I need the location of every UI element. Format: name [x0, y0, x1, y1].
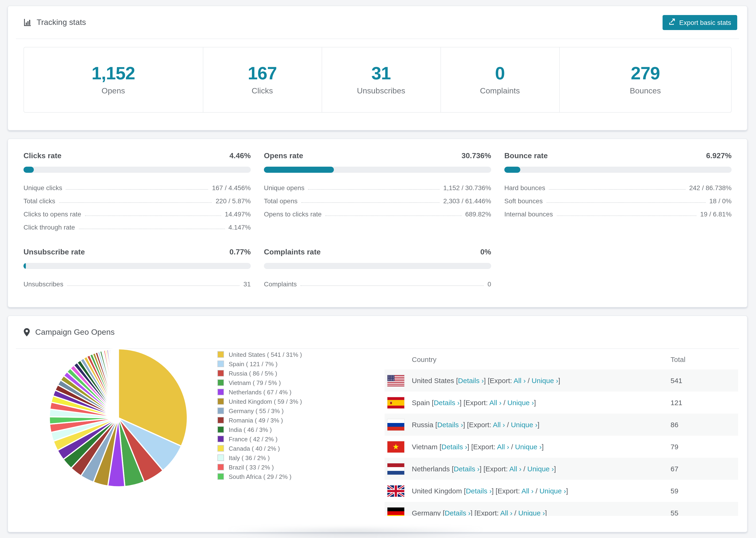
rate-rows: Hard bounces242 / 86.738%Soft bounces18 …	[504, 180, 731, 219]
rate-row-value: 689.82%	[465, 210, 491, 219]
stat-cell-complaints: 0Complaints	[440, 47, 559, 112]
tracking-stats-page: Tracking stats Export basic stats 1,152O…	[0, 0, 756, 538]
legend-item: Brazil ( 33 / 2% )	[217, 462, 302, 472]
total-cell: 86	[671, 421, 738, 429]
dotted-leader	[66, 189, 208, 190]
legend-color-swatch	[217, 473, 224, 480]
pie-slice-other-40[interactable]	[118, 349, 118, 418]
export-unique-link[interactable]: Unique ›	[527, 465, 554, 473]
country-links-text: Spain [Details ›] [Export: All › / Uniqu…	[412, 399, 536, 406]
flag-icon-de	[387, 507, 404, 516]
country-cell: Netherlands [Details ›] [Export: All › /…	[385, 463, 671, 474]
dotted-leader	[79, 229, 225, 229]
details-link[interactable]: Details ›	[441, 443, 467, 451]
legend-item: Romania ( 49 / 3% )	[217, 415, 302, 425]
legend-color-swatch	[217, 360, 224, 367]
legend-label: United Kingdom ( 59 / 3% )	[229, 398, 302, 405]
legend-label: Italy ( 36 / 2% )	[229, 454, 270, 461]
country-cell: Vietnam [Details ›] [Export: All › / Uni…	[385, 441, 671, 452]
stat-label: Unsubscribes	[357, 86, 405, 95]
country-name: Netherlands	[412, 465, 452, 473]
details-link[interactable]: Details ›	[458, 377, 484, 385]
rate-row: Total clicks220 / 5.87%	[24, 193, 251, 206]
export-all-link[interactable]: All ›	[514, 377, 526, 385]
tracking-stats-title-group: Tracking stats	[24, 18, 86, 27]
geo-table-row: Spain [Details ›] [Export: All › / Uniqu…	[385, 392, 738, 413]
rate-block-header: Opens rate30.736%	[264, 152, 491, 160]
details-link[interactable]: Details ›	[434, 399, 459, 406]
export-basic-stats-button[interactable]: Export basic stats	[662, 15, 737, 30]
rate-row: Hard bounces242 / 86.738%	[504, 180, 731, 193]
stat-value: 0	[495, 64, 505, 82]
rate-block-complaints-rate: Complaints rate0%Complaints0	[264, 248, 491, 289]
stats-box: 1,152Opens167Clicks31Unsubscribes0Compla…	[24, 47, 731, 113]
rate-value: 0%	[480, 248, 491, 256]
country-name: United States	[412, 377, 456, 385]
export-unique-link[interactable]: Unique ›	[531, 377, 558, 385]
dotted-leader	[301, 202, 440, 203]
rate-block-header: Clicks rate4.46%	[24, 152, 251, 160]
rate-row-value: 1,152 / 30.736%	[443, 184, 491, 193]
legend-label: United States ( 541 / 31% )	[229, 351, 302, 358]
export-unique-link[interactable]: Unique ›	[511, 421, 537, 429]
rate-row-label: Click through rate	[24, 224, 75, 232]
rate-row-label: Unsubscribes	[24, 280, 63, 289]
flag-icon-ru	[387, 419, 404, 430]
rate-title: Complaints rate	[264, 248, 321, 256]
details-link[interactable]: Details ›	[437, 421, 463, 429]
dotted-leader	[325, 215, 461, 216]
legend-label: Russia ( 86 / 5% )	[229, 370, 277, 377]
rate-row-value: 19 / 6.81%	[700, 210, 731, 219]
country-name: Vietnam	[412, 443, 440, 451]
rate-rows: Unsubscribes31	[24, 276, 251, 289]
legend-color-swatch	[217, 389, 224, 395]
legend-label: India ( 46 / 3% )	[229, 426, 272, 433]
export-all-link[interactable]: All ›	[521, 487, 534, 495]
export-all-link[interactable]: All ›	[509, 465, 521, 473]
rate-progress-track	[264, 263, 491, 269]
legend-item: Russia ( 86 / 5% )	[217, 368, 302, 378]
rate-row-label: Complaints	[264, 280, 297, 289]
legend-color-swatch	[217, 464, 224, 470]
legend-label: Brazil ( 33 / 2% )	[229, 463, 274, 471]
legend-color-swatch	[217, 370, 224, 377]
export-unique-link[interactable]: Unique ›	[507, 399, 534, 406]
export-all-link[interactable]: All ›	[497, 443, 509, 451]
details-link[interactable]: Details ›	[445, 509, 470, 516]
flag-icon-es	[387, 397, 404, 408]
legend-item: Germany ( 55 / 3% )	[217, 406, 302, 415]
legend-item: United States ( 541 / 31% )	[217, 350, 302, 359]
rate-row: Opens to clicks rate689.82%	[264, 206, 491, 219]
country-cell: United States [Details ›] [Export: All ›…	[385, 375, 671, 386]
export-unique-link[interactable]: Unique ›	[540, 487, 566, 495]
rate-progress-fill	[24, 263, 26, 269]
page-title: Tracking stats	[37, 18, 86, 27]
legend-item: Canada ( 40 / 2% )	[217, 444, 302, 453]
export-all-link[interactable]: All ›	[500, 509, 513, 516]
export-all-link[interactable]: All ›	[489, 399, 502, 406]
export-all-link[interactable]: All ›	[493, 421, 505, 429]
geo-opens-pie-chart	[47, 347, 189, 489]
stat-label: Opens	[101, 86, 125, 95]
rate-row-value: 14.497%	[225, 210, 251, 219]
country-name: United Kingdom	[412, 487, 464, 495]
export-unique-link[interactable]: Unique ›	[518, 509, 545, 516]
total-cell: 59	[671, 487, 738, 495]
details-link[interactable]: Details ›	[454, 465, 479, 473]
export-icon	[669, 18, 675, 27]
rate-row-label: Unique clicks	[24, 184, 62, 193]
legend-color-swatch	[217, 407, 224, 414]
legend-color-swatch	[217, 379, 224, 386]
rate-progress-track	[24, 167, 251, 173]
export-unique-link[interactable]: Unique ›	[515, 443, 542, 451]
total-cell: 55	[671, 509, 738, 516]
country-links-text: Germany [Details ›] [Export: All › / Uni…	[412, 509, 547, 516]
rate-row-label: Hard bounces	[504, 184, 545, 193]
dotted-leader	[59, 202, 212, 203]
details-link[interactable]: Details ›	[466, 487, 492, 495]
stat-label: Complaints	[480, 86, 520, 95]
stat-label: Clicks	[252, 86, 273, 95]
dotted-leader	[557, 215, 696, 216]
stat-value: 1,152	[91, 64, 135, 82]
rate-row: Clicks to opens rate14.497%	[24, 206, 251, 219]
